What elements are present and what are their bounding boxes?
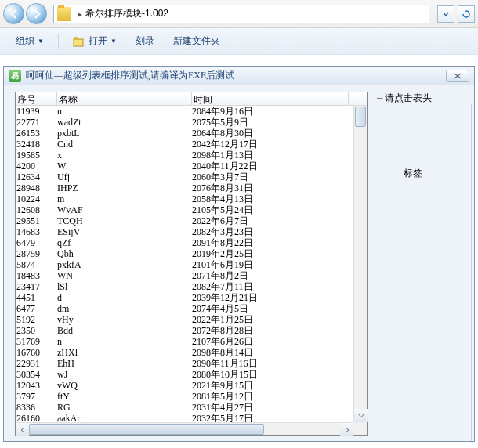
cell-name: zHXl [57,347,192,358]
cell-name: aakAr [57,413,192,422]
cell-name: u [57,106,192,117]
cell-time: 2032年5月17日 [192,413,349,422]
table-row[interactable]: 19585x2098年1月13日 [16,150,367,161]
table-row[interactable]: 8336RG2031年4月27日 [16,402,367,413]
cell-name: TCQH [57,215,192,226]
list-body[interactable]: 11939u2084年9月16日22771wadZt2075年5月9日26153… [16,106,367,422]
breadcrumb-folder[interactable]: 希尔排序模块-1.002 [85,7,168,20]
table-row[interactable]: 32418Cnd2042年12月17日 [16,139,367,150]
table-row[interactable]: 5192vHy2022年1月25日 [16,314,367,325]
right-divider [471,104,474,441]
table-row[interactable]: 2350Bdd2072年8月28日 [16,325,367,336]
new-folder-button[interactable]: 新建文件夹 [165,32,228,50]
svg-rect-1 [74,37,78,39]
forward-button[interactable] [26,3,47,24]
cell-time: 2082年7月11日 [192,281,349,292]
cell-time: 2021年9月15日 [192,380,349,391]
cell-time: 2090年11月16日 [192,358,349,369]
table-row[interactable]: 6479qZf2091年8月22日 [16,237,367,248]
open-button[interactable]: 打开 ▼ [65,32,125,50]
chevron-down-icon: ▼ [110,38,117,45]
cell-time: 2101年6月19日 [192,259,349,270]
cell-time: 2040年11月22日 [192,161,349,172]
cell-time: 2084年9月16日 [192,106,349,117]
cell-time: 2022年1月25日 [192,314,349,325]
organize-button[interactable]: 组织 ▼ [8,32,52,50]
burn-label: 刻录 [136,34,154,48]
table-row[interactable]: 3797ftY2081年5月12日 [16,391,367,402]
table-row[interactable]: 29551TCQH2022年6月7日 [16,215,367,226]
cell-name: n [57,336,192,347]
table-row[interactable]: 23417lSl2082年7月11日 [16,281,367,292]
refresh-button[interactable] [458,5,475,23]
burn-button[interactable]: 刻录 [128,32,162,50]
cell-time: 2082年3月23日 [192,226,349,237]
table-row[interactable]: 26153pxbtL2064年8月30日 [16,128,367,139]
table-row[interactable]: 11939u2084年9月16日 [16,106,367,117]
cell-time: 2022年6月7日 [192,215,349,226]
cell-name: WN [57,270,192,281]
table-row[interactable]: 6477dm2074年4月5日 [16,303,367,314]
table-row[interactable]: 18483WN2071年8月2日 [16,270,367,281]
cell-id: 4200 [16,161,57,172]
cell-name: pxbtL [57,128,192,139]
cell-name: ftY [57,391,192,402]
table-row[interactable]: 31769n2107年6月26日 [16,336,367,347]
cell-time: 2075年5月9日 [192,117,349,128]
vertical-scroll-thumb[interactable] [355,107,366,127]
cell-time: 2019年2月25日 [192,248,349,259]
column-header-id[interactable]: 序号 [16,92,57,105]
table-row[interactable]: 5874pxkfA2101年6月19日 [16,259,367,270]
cell-time: 2080年10月15日 [192,369,349,380]
column-headers: 序号 名称 时间 [16,92,367,106]
table-row[interactable]: 26160aakAr2032年5月17日 [16,413,367,422]
cell-id: 10224 [16,193,57,204]
horizontal-scrollbar[interactable] [16,422,353,435]
cell-id: 12608 [16,204,57,215]
dropdown-button[interactable] [437,5,454,23]
click-header-hint: ←请点击表头 [375,92,432,105]
cell-name: W [57,161,192,172]
column-header-time[interactable]: 时间 [192,92,349,105]
app-icon: 易 [9,70,21,82]
cell-id: 5192 [16,314,57,325]
back-button[interactable] [3,3,24,24]
table-row[interactable]: 12043vWQ2021年9月15日 [16,380,367,391]
table-row[interactable]: 28759Qbh2019年2月25日 [16,248,367,259]
cell-id: 6477 [16,303,57,314]
table-row[interactable]: 22771wadZt2075年5月9日 [16,117,367,128]
table-row[interactable]: 10224m2058年4月13日 [16,193,367,204]
cell-id: 26160 [16,413,57,422]
scroll-left-button[interactable] [16,423,29,436]
table-row[interactable]: 14683ESijV2082年3月23日 [16,226,367,237]
table-row[interactable]: 16760zHXl2098年8月14日 [16,347,367,358]
table-row[interactable]: 4200W2040年11月22日 [16,161,367,172]
inner-title-bar[interactable]: 易 呵呵仙—超级列表框排序测试,请编译为EXE后测试 [4,67,474,85]
close-button[interactable] [446,70,469,82]
vertical-scrollbar[interactable] [353,106,367,422]
scroll-down-button[interactable] [354,409,368,422]
table-row[interactable]: 28948IHPZ2076年8月31日 [16,182,367,193]
horizontal-scroll-thumb[interactable] [29,424,264,435]
cell-id: 4451 [16,292,57,303]
table-row[interactable]: 12608WvAF2105年5月24日 [16,204,367,215]
listview: 序号 名称 时间 11939u2084年9月16日22771wadZt2075年… [15,92,368,436]
table-row[interactable]: 4451d2039年12月21日 [16,292,367,303]
cell-name: Bdd [57,325,192,336]
cell-name: wJ [57,369,192,380]
breadcrumb[interactable]: ▸ 希尔排序模块-1.002 [53,5,429,23]
separator [58,34,59,49]
chevron-right-icon[interactable]: ▸ [74,5,85,23]
cell-name: m [57,193,192,204]
column-header-name[interactable]: 名称 [57,92,192,105]
inner-body: 序号 名称 时间 11939u2084年9月16日22771wadZt2075年… [4,85,474,441]
cell-name: WvAF [57,204,192,215]
table-row[interactable]: 12634Ufj2060年3月7日 [16,172,367,182]
table-row[interactable]: 22931EhH2090年11月16日 [16,358,367,369]
cell-name: vWQ [57,380,192,391]
table-row[interactable]: 30354wJ2080年10月15日 [16,369,367,380]
cell-time: 2081年5月12日 [192,391,349,402]
window-title: 呵呵仙—超级列表框排序测试,请编译为EXE后测试 [26,69,446,82]
cell-time: 2098年1月13日 [192,150,349,161]
scroll-right-button[interactable] [340,423,353,436]
